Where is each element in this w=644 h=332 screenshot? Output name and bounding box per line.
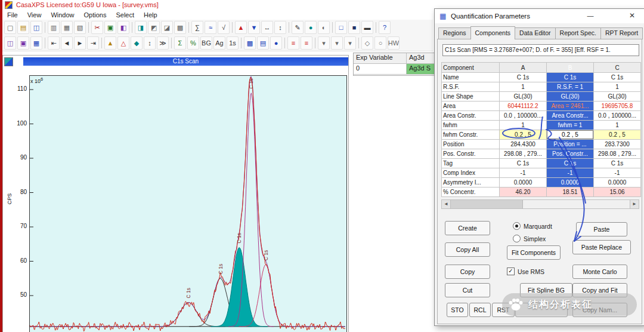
menu-select[interactable]: Select <box>111 11 139 19</box>
plot-area[interactable]: C 1sC 1sC 1sC 1sC 1s <box>29 75 347 332</box>
toolbar-icon[interactable]: √ <box>218 21 230 34</box>
toolbar-icon[interactable]: ▦ <box>30 36 42 50</box>
param-cell[interactable]: Area Constr... <box>547 111 594 121</box>
toolbar-icon[interactable]: □ <box>335 21 347 34</box>
create-button[interactable]: Create <box>445 221 490 235</box>
param-cell[interactable]: 46.20 <box>500 187 547 197</box>
param-cell[interactable]: 60441112.2 <box>500 102 547 111</box>
tab-report-spec[interactable]: Report Spec. <box>555 27 601 39</box>
close-button[interactable]: ✕ <box>623 9 641 23</box>
toolbar-icon[interactable]: HW <box>388 36 400 50</box>
param-cell[interactable]: 0.0 , 100000... <box>500 111 547 121</box>
toolbar-icon[interactable]: ▣ <box>104 21 116 34</box>
header-col-b[interactable]: B <box>547 63 594 73</box>
toolbar-icon[interactable]: ↕ <box>274 21 286 34</box>
fit-status-field[interactable]: C1s Scan [RMS = 3.27687e+007; D. of F. =… <box>442 44 639 56</box>
dialog-titlebar[interactable]: ▦ Quantification Parameters <box>435 9 644 23</box>
param-cell[interactable]: 0.0000 <box>547 178 594 187</box>
toolbar-icon[interactable]: ▬ <box>361 21 373 34</box>
chart-window-icon[interactable] <box>4 57 13 66</box>
minimize-button[interactable]: — <box>581 9 599 23</box>
param-cell[interactable]: 19695705.8 <box>594 102 641 111</box>
menu-view[interactable]: View <box>23 11 47 19</box>
toolbar-icon[interactable]: % <box>187 36 199 50</box>
toolbar-icon[interactable]: ▧ <box>74 21 86 34</box>
tab-regions[interactable]: Regions <box>438 27 471 39</box>
param-cell[interactable]: 0.0 , 100000... <box>594 111 641 121</box>
exp-variable-header[interactable]: Exp Variable <box>354 53 407 64</box>
toolbar-icon[interactable]: ◩ <box>148 21 160 34</box>
toolbar-icon[interactable]: ◄ <box>61 36 73 50</box>
toolbar-icon[interactable]: ◆ <box>131 36 143 50</box>
param-cell[interactable]: -1 <box>594 168 641 178</box>
toolbar-icon[interactable]: ⇤ <box>48 36 60 50</box>
rcl-button[interactable]: RCL <box>469 303 491 317</box>
toolbar-icon[interactable]: ✎ <box>292 21 304 34</box>
param-cell[interactable]: 1 <box>594 82 641 92</box>
param-cell[interactable]: C 1s <box>500 159 547 168</box>
param-cell[interactable]: C 1s <box>547 73 594 82</box>
toolbar-icon[interactable]: ◐ <box>318 21 330 34</box>
toolbar-icon[interactable]: ▾ <box>331 36 343 50</box>
toolbar-icon[interactable]: ▼ <box>248 21 260 34</box>
param-cell[interactable]: fwhm = 1 <box>547 121 594 130</box>
menu-window[interactable]: Window <box>46 11 79 19</box>
param-cell[interactable]: 15.06 <box>594 187 641 197</box>
param-cell[interactable]: Pos. Constr... <box>547 149 594 159</box>
paste-button[interactable]: Paste <box>576 222 627 236</box>
toolbar-icon[interactable]: ▩ <box>244 36 256 50</box>
scroll-left-arrow-icon[interactable]: ◄ <box>442 200 451 208</box>
ag3d-column-header[interactable]: Ag3d <box>407 53 437 64</box>
toolbar-icon[interactable]: ● <box>305 21 317 34</box>
copy-all-button[interactable]: Copy All <box>445 242 490 257</box>
toolbar-icon[interactable]: ∑ <box>191 21 203 34</box>
toolbar-icon[interactable]: ▣ <box>17 36 29 50</box>
horizontal-scrollbar[interactable]: ◄ ► <box>441 199 639 209</box>
toolbar-icon[interactable]: ⇥ <box>87 36 99 50</box>
param-cell[interactable]: R.S.F. = 1 <box>547 82 594 92</box>
toolbar-icon[interactable]: 1s <box>227 36 239 50</box>
toolbar-icon[interactable]: ▩ <box>174 21 186 34</box>
param-cell[interactable]: -1 <box>500 168 547 178</box>
param-cell[interactable]: 0.2 , 5 <box>547 130 594 140</box>
param-cell[interactable]: 0.2 , 5 <box>594 130 641 140</box>
menu-file[interactable]: File <box>2 11 23 19</box>
param-cell[interactable]: 0.2 , 5 <box>500 130 547 140</box>
toolbar-icon[interactable]: ◇ <box>361 36 373 50</box>
toolbar-icon[interactable]: ◫ <box>30 21 42 34</box>
param-cell[interactable]: 1 <box>500 82 547 92</box>
param-cell[interactable]: C 1s <box>594 159 641 168</box>
toolbar-icon[interactable]: ≡ <box>287 36 299 50</box>
toolbar-icon[interactable]: Σ <box>174 36 186 50</box>
fit-components-button[interactable]: Fit Components <box>507 245 561 260</box>
toolbar-icon[interactable]: ▲ <box>104 36 116 50</box>
toolbar-icon[interactable]: ▲ <box>235 21 247 34</box>
param-cell[interactable]: -1 <box>547 168 594 178</box>
param-cell[interactable]: Position = ... <box>547 140 594 149</box>
param-cell[interactable]: GL(30) <box>500 92 547 102</box>
toolbar-icon[interactable]: ○ <box>374 36 386 50</box>
tab-data-editor[interactable]: Data Editor <box>515 27 556 39</box>
chart-window-titlebar[interactable]: C1s Scan <box>23 57 348 66</box>
param-cell[interactable]: 298.08 , 279... <box>594 149 641 159</box>
toolbar-icon[interactable]: ▢ <box>4 21 16 34</box>
simplex-radio[interactable]: Simplex <box>513 235 546 242</box>
param-cell[interactable]: 284.4300 <box>500 140 547 149</box>
toolbar-icon[interactable]: ◧ <box>117 21 129 34</box>
use-rms-checkbox[interactable]: ✓ Use RMS <box>507 268 544 275</box>
exp-variable-cell[interactable]: 0 <box>354 64 407 75</box>
toolbar-icon[interactable]: ◨ <box>135 21 147 34</box>
param-cell[interactable]: 283.7300 <box>594 140 641 149</box>
toolbar-icon[interactable]: ▥ <box>48 21 60 34</box>
toolbar-icon[interactable]: ► <box>74 36 86 50</box>
menu-help[interactable]: Help <box>139 11 162 19</box>
param-cell[interactable]: 298.08 , 279... <box>500 149 547 159</box>
param-cell[interactable]: C 1s <box>547 159 594 168</box>
param-cell[interactable]: Area = 2461... <box>547 102 594 111</box>
toolbar-icon[interactable]: ≈ <box>205 21 216 34</box>
toolbar-icon[interactable]: ◪ <box>161 21 173 34</box>
toolbar-icon[interactable]: ■ <box>348 21 360 34</box>
toolbar-icon[interactable]: ▤ <box>257 36 269 50</box>
toolbar-icon[interactable]: △ <box>117 36 129 50</box>
ag3d-cell[interactable]: Ag3d S <box>407 64 437 75</box>
